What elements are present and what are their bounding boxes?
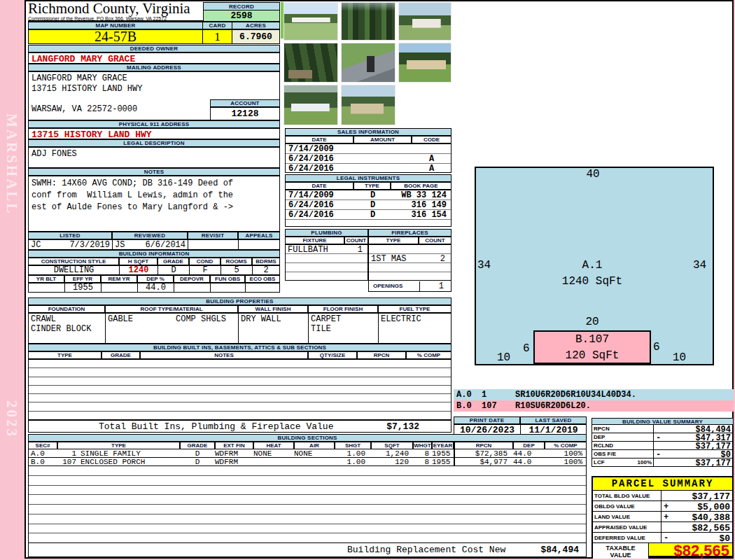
building-sections-banner: BUILDING SECTIONS (28, 434, 587, 442)
property-photo-8[interactable] (341, 85, 396, 125)
notes-line: conf from William L Lewis, admin of the (29, 188, 279, 200)
table-row: 7/14/2009 (286, 144, 451, 154)
legal-description-value: ADJ FONES (28, 147, 280, 168)
taxable-row: TAXABLE VALUE $82,565 (593, 542, 732, 559)
sec-eyear: 1955 (432, 458, 454, 466)
bdrms-value: 2 (253, 266, 279, 274)
col-dep: DEP (513, 442, 545, 449)
parcel-sign (662, 491, 673, 500)
sec-extfin: WDFRM (215, 458, 253, 466)
rooms-value: 5 (221, 266, 253, 274)
legend-sec: B.0 (454, 401, 482, 411)
empty-row (29, 466, 586, 476)
plumbing-banner: PLUMBING (285, 229, 368, 237)
hsqft-value: 1240 (120, 266, 158, 274)
property-photo-7[interactable] (284, 85, 338, 125)
sec-eyear: 1955 (432, 449, 454, 458)
plumbing-fireplaces-headers: FIXTURE COUNT TYPE COUNT (285, 237, 451, 244)
legal-headers: DATE TYPE BOOK PAGE (285, 182, 451, 190)
listed-date: 7/3/2019 (69, 240, 110, 249)
empty-row (29, 360, 451, 368)
section-row-b: B.0 107ENCLOSED PORCH D WDFRM 1.00 120 8… (28, 458, 587, 466)
sec-rpcn: $4,977 (454, 458, 513, 466)
empty-row (29, 514, 586, 524)
dim-b-left: 6 (523, 342, 530, 355)
property-record-card: MARSHALL 2023 Richmond County, Virginia … (0, 0, 735, 560)
col-dep: DEP % (137, 275, 174, 283)
empty-row (29, 386, 451, 394)
mailing-line: 13715 HISTORY LAND HWY (29, 83, 279, 94)
floor-line: TILE (311, 324, 376, 334)
empty-row (286, 254, 368, 263)
col-remyr: REM YR (101, 275, 137, 283)
built-ins-total-row: Total Built Ins, Plumbing & Fireplace Va… (28, 420, 451, 433)
dim-a-right: 34 (693, 259, 706, 272)
acres-value: 6.7960 (232, 29, 280, 44)
commissioner-line: Commissioner of the Revenue, PO Box 366,… (28, 16, 203, 21)
account-label: ACCOUNT (210, 99, 280, 107)
property-photo-6[interactable] (398, 43, 451, 83)
col-heat: HEAT (253, 442, 294, 449)
dim-a-top: 40 (581, 168, 605, 181)
construction-style-value: DWELLING (29, 266, 120, 274)
wall-finish-cell: DRY WALL (239, 314, 309, 343)
empty-row (369, 263, 451, 272)
empty-row (29, 533, 586, 542)
building-properties-banner: BUILDING PROPERTIES (28, 298, 451, 305)
building-value-summary: RPCN $84,494 DEP - $47,317 RCLND $37,177… (592, 425, 734, 467)
col-shgt: SHGT (335, 442, 371, 449)
listed-by: JC (31, 240, 41, 249)
review-value-row: JC7/3/2019 JS6/6/2014 (28, 239, 280, 250)
built-ins-empty-rows (28, 359, 451, 420)
sec-grade: D (180, 449, 215, 458)
sketch-b-sqft: 120 SqFt (557, 349, 627, 362)
deeded-owner-label: DEEDED OWNER (28, 45, 280, 52)
empty-row (29, 377, 451, 386)
parcel-row: OBLDG VALUE + $5,000 (593, 500, 732, 511)
last-saved-label: LAST SAVED (520, 416, 587, 424)
notes-line: SWMH: 14X60 AVG COND; DB 316-149 Deed of (29, 176, 279, 188)
reviewed-date: 6/6/2014 (145, 240, 186, 249)
legend-sec: A.0 (454, 390, 482, 400)
property-photo-3[interactable] (398, 2, 451, 41)
summary-value: $84,494 (666, 425, 733, 433)
summary-label: RPCN (594, 426, 610, 432)
sec-type-name: SINGLE FAMILY (80, 449, 141, 458)
sec-type-num: 107 (58, 458, 76, 466)
summary-label-cell: RPCN (592, 425, 654, 433)
instrument-date: 6/24/2016 (286, 210, 354, 219)
foundation-line: CRAWL (31, 314, 103, 324)
summary-value: $37,177 (666, 442, 733, 449)
summary-label-cell: OBS F/E (592, 450, 654, 458)
property-photo-5[interactable] (341, 43, 396, 83)
sec-dep: 44.0 (513, 458, 545, 466)
dim-b-top: 20 (580, 316, 604, 328)
property-photo-4[interactable] (284, 43, 338, 83)
sec-comp: 100% (545, 458, 585, 466)
legal-description-label: LEGAL DESCRIPTION (28, 139, 280, 147)
table-row: 6/24/2016 D 316 149 (286, 200, 451, 210)
col-fp-count: COUNT (419, 237, 451, 244)
built-ins-total-label: Total Built Ins, Plumbing & Fireplace Va… (99, 421, 333, 432)
sale-date: 7/14/2009 (286, 144, 354, 153)
sec-type-cell: 1SINGLE FAMILY (58, 449, 180, 458)
roof-type: GABLE (108, 314, 133, 342)
openings-count: 1 (419, 281, 449, 291)
vendor-label: MARSHALL (3, 113, 20, 215)
funobs-value (211, 284, 246, 292)
parcel-label: OBLDG VALUE (593, 501, 662, 511)
property-photo-1[interactable] (284, 2, 338, 41)
col-notes: NOTES (140, 351, 308, 359)
col-bdrms: BDRMS (252, 258, 280, 265)
record-value: 2598 (203, 10, 280, 22)
col-ecoobs: ECO OBS (245, 275, 280, 283)
sec-air: NONE (294, 449, 335, 458)
card-label: CARD (202, 22, 232, 29)
summary-label-cell: LCF100% (592, 458, 654, 466)
property-photo-2[interactable] (341, 2, 396, 41)
table-row: 7/14/2009 D WB 33 124 (286, 190, 451, 200)
sections-empty-rows (28, 466, 587, 543)
empty-row (286, 263, 368, 272)
sales-rows: 7/14/2009 6/24/2016 A 6/24/2016 A (285, 144, 451, 173)
parcel-label: TOTAL BLDG VALUE (593, 491, 662, 500)
